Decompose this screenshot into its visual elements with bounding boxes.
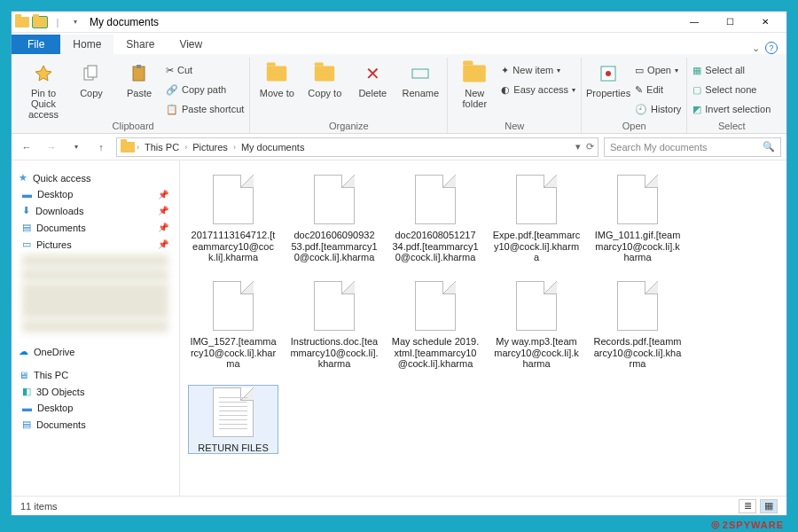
ribbon-group-organize: Move to Copy to ✕Delete Rename Organize bbox=[250, 58, 448, 133]
copy-icon bbox=[79, 61, 104, 86]
pin-icon: 📌 bbox=[158, 206, 168, 215]
file-item[interactable]: Instructions.doc.[teammarcy10@cock.li].k… bbox=[290, 279, 379, 370]
watermark: ◎2SPYWARE bbox=[711, 519, 784, 530]
file-item[interactable]: IMG_1527.[teammarcy10@cock.li].kharma bbox=[189, 279, 278, 370]
invert-selection-button[interactable]: ◩Invert selection bbox=[692, 100, 771, 118]
pin-icon: 📌 bbox=[158, 190, 168, 200]
status-bar: 11 items ≣ ▦ bbox=[12, 496, 786, 515]
back-button[interactable]: ← bbox=[17, 137, 36, 157]
easy-access-button[interactable]: ◐Easy access▾ bbox=[501, 81, 575, 98]
file-item[interactable]: doc201606090932 53.pdf.[teammarcy10@cock… bbox=[290, 173, 379, 263]
copy-button[interactable]: Copy bbox=[70, 61, 113, 98]
nav-desktop[interactable]: ▬Desktop📌 bbox=[17, 186, 174, 202]
recent-locations-button[interactable]: ▾ bbox=[66, 137, 86, 157]
search-icon: 🔍 bbox=[763, 141, 775, 153]
file-item[interactable]: Expe.pdf.[teammarcy10@cock.li].kharma bbox=[492, 173, 581, 263]
file-item[interactable]: IMG_1011.gif.[teammarcy10@cock.li].kharm… bbox=[593, 173, 682, 263]
paste-shortcut-button[interactable]: 📋Paste shortcut bbox=[166, 100, 244, 118]
file-item[interactable]: doc201608051217 34.pdf.[teammarcy10@cock… bbox=[391, 173, 480, 263]
ribbon-group-select: ▦Select all ▢Select none ◩Invert selecti… bbox=[687, 58, 776, 133]
copy-path-button[interactable]: 🔗Copy path bbox=[166, 81, 244, 98]
pin-to-quick-access-button[interactable]: Pin to Quick access bbox=[22, 61, 65, 120]
details-view-button[interactable]: ≣ bbox=[739, 499, 756, 513]
paste-button[interactable]: Paste bbox=[118, 61, 160, 98]
desktop-icon: ▬ bbox=[22, 189, 32, 200]
open-button[interactable]: ▭Open▾ bbox=[635, 61, 681, 79]
path-icon: 🔗 bbox=[166, 84, 178, 96]
nav-downloads[interactable]: ⬇Downloads📌 bbox=[17, 202, 174, 219]
tab-home[interactable]: Home bbox=[60, 35, 113, 54]
properties-button[interactable]: Properties bbox=[587, 61, 630, 98]
chevron-down-icon[interactable]: ▾ bbox=[575, 141, 581, 153]
file-icon bbox=[309, 279, 359, 332]
expand-ribbon-icon[interactable]: ⌄ bbox=[752, 43, 760, 54]
nav-pictures[interactable]: ▭Pictures📌 bbox=[17, 236, 174, 253]
blurred-item bbox=[22, 320, 168, 332]
file-grid[interactable]: 20171113164712.[teammarcy10@cock.li].kha… bbox=[180, 160, 786, 496]
tab-share[interactable]: Share bbox=[113, 35, 167, 54]
select-all-button[interactable]: ▦Select all bbox=[692, 61, 771, 79]
star-icon: ★ bbox=[19, 172, 27, 184]
file-name: IMG_1011.gif.[teammarcy10@cock.li].kharm… bbox=[593, 230, 682, 263]
new-group-label: New bbox=[505, 121, 524, 133]
easyaccess-icon: ◐ bbox=[501, 84, 510, 96]
onedrive-header[interactable]: ☁OneDrive bbox=[17, 343, 174, 360]
icons-view-button[interactable]: ▦ bbox=[760, 499, 778, 513]
new-item-button[interactable]: ✦New item▾ bbox=[501, 61, 575, 79]
cut-button[interactable]: ✂Cut bbox=[166, 61, 244, 79]
delete-button[interactable]: ✕Delete bbox=[351, 61, 394, 98]
moveto-icon bbox=[264, 61, 289, 86]
nav-3dobjects[interactable]: ◧3D Objects bbox=[17, 383, 174, 400]
nav-documents2[interactable]: ▤Documents bbox=[17, 416, 174, 433]
dropdown-icon[interactable]: ▾ bbox=[68, 15, 82, 29]
help-icon[interactable]: ? bbox=[765, 42, 778, 54]
pin-label: Pin to Quick access bbox=[22, 88, 65, 120]
rename-button[interactable]: Rename bbox=[399, 61, 442, 98]
file-icon bbox=[613, 279, 662, 332]
file-name: Expe.pdf.[teammarcy10@cock.li].kharma bbox=[492, 230, 581, 263]
file-icon bbox=[512, 279, 561, 332]
edit-button[interactable]: ✎Edit bbox=[635, 81, 681, 98]
properties-icon bbox=[596, 61, 621, 86]
search-input[interactable]: Search My documents 🔍 bbox=[604, 137, 781, 157]
thispc-header[interactable]: 🖥This PC bbox=[17, 367, 174, 383]
file-item[interactable]: May schedule 2019.xtml.[teammarcy10@cock… bbox=[391, 279, 480, 370]
tab-view[interactable]: View bbox=[167, 35, 215, 54]
close-button[interactable]: ✕ bbox=[747, 12, 783, 33]
new-folder-button[interactable]: New folder bbox=[453, 61, 496, 109]
nav-documents[interactable]: ▤Documents📌 bbox=[17, 219, 174, 236]
quick-access-header[interactable]: ★Quick access bbox=[17, 169, 174, 186]
minimize-button[interactable]: — bbox=[677, 12, 712, 33]
file-icon bbox=[208, 173, 258, 226]
refresh-icon[interactable]: ⟳ bbox=[586, 141, 594, 153]
open-icon: ▭ bbox=[635, 65, 644, 76]
file-item[interactable]: My way.mp3.[teammarcy10@cock.li].kharma bbox=[492, 279, 581, 370]
cloud-icon: ☁ bbox=[19, 346, 28, 357]
up-button[interactable]: ↑ bbox=[91, 137, 111, 157]
file-item[interactable]: Records.pdf.[teammarcy10@cock.li].kharma bbox=[593, 279, 682, 370]
file-icon bbox=[208, 279, 258, 332]
crumb-pictures[interactable]: Pictures bbox=[189, 142, 231, 153]
copy-to-button[interactable]: Copy to bbox=[303, 61, 346, 98]
rename-icon bbox=[408, 61, 433, 86]
window-title: My documents bbox=[90, 16, 159, 28]
move-to-button[interactable]: Move to bbox=[255, 61, 298, 98]
ribbon-help: ⌄ ? bbox=[752, 42, 778, 54]
svg-rect-4 bbox=[412, 69, 428, 78]
history-button[interactable]: 🕘History bbox=[635, 100, 681, 118]
forward-button[interactable]: → bbox=[42, 137, 61, 157]
file-item[interactable]: RETURN FILES bbox=[189, 386, 278, 454]
select-none-button[interactable]: ▢Select none bbox=[692, 81, 771, 98]
breadcrumb[interactable]: › This PC› Pictures› My documents ▾⟳ bbox=[116, 137, 598, 157]
file-item[interactable]: 20171113164712.[teammarcy10@cock.li].kha… bbox=[189, 173, 278, 263]
ribbon-group-clipboard: Pin to Quick access Copy Paste ✂Cut 🔗Cop… bbox=[17, 58, 250, 133]
tab-file[interactable]: File bbox=[12, 35, 60, 54]
maximize-button[interactable]: ☐ bbox=[712, 12, 747, 33]
file-icon bbox=[411, 173, 460, 226]
file-icon bbox=[411, 279, 460, 332]
crumb-thispc[interactable]: This PC bbox=[141, 142, 183, 153]
checked-folder-icon[interactable] bbox=[33, 15, 47, 29]
new-folder-icon bbox=[462, 61, 487, 86]
nav-desktop2[interactable]: ▬Desktop bbox=[17, 400, 174, 416]
crumb-mydocs[interactable]: My documents bbox=[238, 142, 309, 153]
